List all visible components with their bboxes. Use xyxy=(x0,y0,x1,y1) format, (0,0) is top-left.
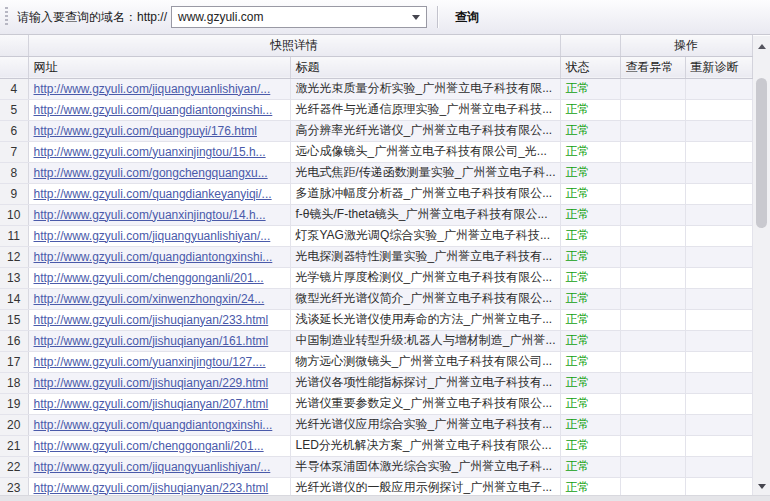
title-cell: 光电探测器特性测量实验_广州誉立电子科技有... xyxy=(290,246,560,267)
url-link[interactable]: http://www.gzyuli.com/jishuqianyan/233.h… xyxy=(34,313,269,327)
status-cell: 正常 xyxy=(560,162,620,183)
column-header-rediagnose: 重新诊断 xyxy=(685,56,752,78)
title-cell: 激光光束质量分析实验_广州誉立电子科技有限... xyxy=(290,78,560,99)
rediagnose-cell xyxy=(685,372,752,393)
url-cell: http://www.gzyuli.com/jishuqianyan/207.h… xyxy=(28,393,290,414)
rediagnose-cell xyxy=(685,435,752,456)
query-toolbar: 请输入要查询的域名：http:// www.gzyuli.com 查询 xyxy=(0,0,770,35)
url-link[interactable]: http://www.gzyuli.com/chenggonganli/201.… xyxy=(34,439,264,453)
table-row: 16http://www.gzyuli.com/jishuqianyan/161… xyxy=(0,330,752,351)
status-cell: 正常 xyxy=(560,99,620,120)
row-number-cell: 8 xyxy=(0,162,28,183)
query-button[interactable]: 查询 xyxy=(449,6,485,29)
row-number-cell: 21 xyxy=(0,435,28,456)
domain-input-label: 请输入要查询的域名：http:// xyxy=(17,9,167,26)
url-link[interactable]: http://www.gzyuli.com/jiquangyuanlishiya… xyxy=(34,229,271,243)
corner-header-cell xyxy=(0,35,28,56)
view-error-cell xyxy=(620,456,685,477)
url-cell: http://www.gzyuli.com/chenggonganli/201.… xyxy=(28,435,290,456)
status-cell: 正常 xyxy=(560,78,620,99)
table-row: 8http://www.gzyuli.com/gongchengquangxu.… xyxy=(0,162,752,183)
scrollbar-thumb[interactable] xyxy=(756,78,767,228)
url-link[interactable]: http://www.gzyuli.com/xinwenzhongxin/24.… xyxy=(34,292,265,306)
title-cell: 灯泵YAG激光调Q综合实验_广州誉立电子科技... xyxy=(290,225,560,246)
title-cell: 物方远心测微镜头_广州誉立电子科技有限公司... xyxy=(290,351,560,372)
rediagnose-cell xyxy=(685,141,752,162)
rediagnose-cell xyxy=(685,246,752,267)
status-cell: 正常 xyxy=(560,288,620,309)
rediagnose-cell xyxy=(685,330,752,351)
url-link[interactable]: http://www.gzyuli.com/quangdiankeyanyiqi… xyxy=(34,187,272,201)
url-cell: http://www.gzyuli.com/quangdiankeyanyiqi… xyxy=(28,183,290,204)
rediagnose-cell xyxy=(685,267,752,288)
status-cell: 正常 xyxy=(560,372,620,393)
column-header-status: 状态 xyxy=(560,56,620,78)
status-cell: 正常 xyxy=(560,246,620,267)
view-error-cell xyxy=(620,393,685,414)
table-row: 22http://www.gzyuli.com/jiquangyuanlishi… xyxy=(0,456,752,477)
url-link[interactable]: http://www.gzyuli.com/jishuqianyan/223.h… xyxy=(34,481,269,495)
rediagnose-cell xyxy=(685,351,752,372)
row-number-header xyxy=(0,56,28,78)
title-cell: 光谱仪重要参数定义_广州誉立电子科技有限公... xyxy=(290,393,560,414)
status-cell: 正常 xyxy=(560,309,620,330)
url-link[interactable]: http://www.gzyuli.com/jishuqianyan/207.h… xyxy=(34,397,269,411)
url-link[interactable]: http://www.gzyuli.com/yuanxinjingtou/14.… xyxy=(34,208,266,222)
table-row: 10http://www.gzyuli.com/yuanxinjingtou/1… xyxy=(0,204,752,225)
column-header-url: 网址 xyxy=(28,56,290,78)
url-link[interactable]: http://www.gzyuli.com/quangdiantongxinsh… xyxy=(34,418,273,432)
url-link[interactable]: http://www.gzyuli.com/quangdiantongxinsh… xyxy=(34,250,273,264)
rediagnose-cell xyxy=(685,183,752,204)
url-cell: http://www.gzyuli.com/quangdiantongxinsh… xyxy=(28,414,290,435)
table-row: 20http://www.gzyuli.com/quangdiantongxin… xyxy=(0,414,752,435)
url-cell: http://www.gzyuli.com/quangdiantongxinsh… xyxy=(28,99,290,120)
url-link[interactable]: http://www.gzyuli.com/jishuqianyan/161.h… xyxy=(34,334,269,348)
column-header-title: 标题 xyxy=(290,56,560,78)
url-link[interactable]: http://www.gzyuli.com/yuanxinjingtou/15.… xyxy=(34,145,266,159)
scroll-up-icon[interactable] xyxy=(753,38,770,55)
title-cell: 光电式焦距/传递函数测量实验_广州誉立电子科... xyxy=(290,162,560,183)
row-number-cell: 15 xyxy=(0,309,28,330)
title-cell: LED分光机解决方案_广州誉立电子科技有限公... xyxy=(290,435,560,456)
group-header-snapshot: 快照详情 xyxy=(28,35,560,56)
toolbar-grip-handle[interactable] xyxy=(5,7,8,27)
url-link[interactable]: http://www.gzyuli.com/yuanxinjingtou/127… xyxy=(34,355,266,369)
rediagnose-cell xyxy=(685,162,752,183)
status-cell: 正常 xyxy=(560,393,620,414)
row-number-cell: 9 xyxy=(0,183,28,204)
view-error-cell xyxy=(620,204,685,225)
table-row: 12http://www.gzyuli.com/quangdiantongxin… xyxy=(0,246,752,267)
status-cell: 正常 xyxy=(560,414,620,435)
chevron-down-icon[interactable] xyxy=(406,15,426,20)
row-number-cell: 16 xyxy=(0,330,28,351)
scroll-down-icon[interactable] xyxy=(753,478,770,495)
url-cell: http://www.gzyuli.com/chenggonganli/201.… xyxy=(28,267,290,288)
title-cell: 浅谈延长光谱仪使用寿命的方法_广州誉立电子... xyxy=(290,309,560,330)
rediagnose-cell xyxy=(685,414,752,435)
url-cell: http://www.gzyuli.com/xinwenzhongxin/24.… xyxy=(28,288,290,309)
url-link[interactable]: http://www.gzyuli.com/jiquangyuanlishiya… xyxy=(34,460,271,474)
view-error-cell xyxy=(620,183,685,204)
url-link[interactable]: http://www.gzyuli.com/jiquangyuanlishiya… xyxy=(34,82,271,96)
rediagnose-cell xyxy=(685,288,752,309)
domain-combobox[interactable]: www.gzyuli.com xyxy=(171,6,427,28)
status-cell: 正常 xyxy=(560,456,620,477)
view-error-cell xyxy=(620,435,685,456)
url-cell: http://www.gzyuli.com/jiquangyuanlishiya… xyxy=(28,78,290,99)
title-cell: 光纤器件与光通信原理实验_广州誉立电子科技... xyxy=(290,99,560,120)
url-link[interactable]: http://www.gzyuli.com/gongchengquangxu..… xyxy=(34,166,268,180)
row-number-cell: 5 xyxy=(0,99,28,120)
table-row: 17http://www.gzyuli.com/yuanxinjingtou/1… xyxy=(0,351,752,372)
view-error-cell xyxy=(620,288,685,309)
url-cell: http://www.gzyuli.com/quangdiantongxinsh… xyxy=(28,246,290,267)
row-number-cell: 12 xyxy=(0,246,28,267)
snapshot-table: 快照详情 操作 网址 标题 状态 查看异常 重新诊断 4http://www.g… xyxy=(0,35,753,499)
rediagnose-cell xyxy=(685,120,752,141)
vertical-scrollbar[interactable] xyxy=(753,36,770,497)
url-link[interactable]: http://www.gzyuli.com/quangdiantongxinsh… xyxy=(34,103,273,117)
url-link[interactable]: http://www.gzyuli.com/chenggonganli/201.… xyxy=(34,271,264,285)
row-number-cell: 20 xyxy=(0,414,28,435)
url-link[interactable]: http://www.gzyuli.com/quangpuyi/176.html xyxy=(34,124,257,138)
url-link[interactable]: http://www.gzyuli.com/jishuqianyan/229.h… xyxy=(34,376,269,390)
title-cell: 光纤光谱仪应用综合实验_广州誉立电子科技有... xyxy=(290,414,560,435)
